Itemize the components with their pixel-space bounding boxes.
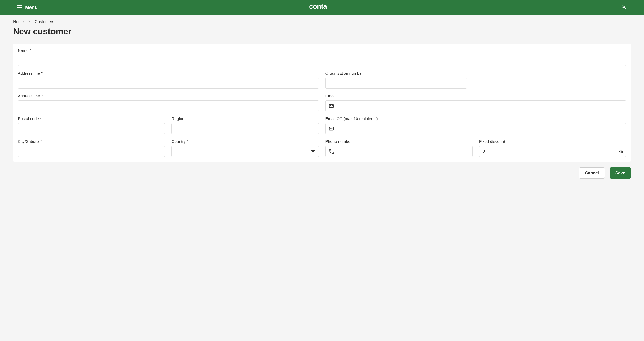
country-label: Country * (172, 139, 318, 144)
org-number-input[interactable] (326, 78, 467, 89)
menu-label: Menu (25, 5, 38, 10)
email-label: Email (326, 94, 626, 99)
breadcrumb-home[interactable]: Home (13, 19, 24, 24)
name-input[interactable] (18, 55, 626, 66)
name-label: Name * (18, 48, 626, 53)
phone-icon (329, 149, 334, 154)
city-label: City/Suburb * (18, 139, 165, 144)
postal-code-input[interactable] (18, 123, 165, 134)
address-line2-input[interactable] (18, 100, 319, 111)
address-line2-label: Address line 2 (18, 94, 319, 99)
mail-icon (329, 103, 334, 108)
address-line-input[interactable] (18, 78, 319, 89)
hamburger-icon (17, 5, 22, 9)
cancel-button[interactable]: Cancel (579, 167, 605, 179)
page-title: New customer (13, 26, 631, 36)
phone-input[interactable] (326, 146, 472, 157)
chevron-right-icon (28, 19, 31, 24)
region-input[interactable] (172, 123, 318, 134)
app-header: Menu conta (0, 0, 644, 15)
save-button[interactable]: Save (610, 167, 631, 179)
breadcrumb: Home Customers (13, 19, 631, 24)
discount-input[interactable] (479, 146, 626, 157)
percent-icon: % (618, 149, 623, 154)
country-select[interactable] (172, 146, 318, 157)
phone-label: Phone number (326, 139, 472, 144)
menu-button[interactable]: Menu (17, 5, 38, 10)
address-line-label: Address line * (18, 71, 319, 76)
user-icon[interactable] (621, 4, 627, 11)
mail-icon (329, 126, 334, 131)
form-card: Name * Address line * Address line 2 Pos… (13, 44, 631, 162)
postal-code-label: Postal code * (18, 117, 165, 121)
email-cc-input[interactable] (326, 123, 626, 134)
city-input[interactable] (18, 146, 165, 157)
svg-point-1 (623, 5, 625, 7)
logo[interactable]: conta (309, 2, 335, 12)
discount-label: Fixed discount (479, 139, 626, 144)
email-cc-label: Email CC (max 10 recipients) (326, 117, 626, 121)
org-number-label: Organization number (326, 71, 626, 76)
breadcrumb-customers[interactable]: Customers (35, 19, 54, 24)
svg-text:conta: conta (309, 2, 327, 10)
region-label: Region (172, 117, 318, 121)
email-input[interactable] (326, 100, 626, 111)
button-row: Cancel Save (13, 167, 631, 179)
